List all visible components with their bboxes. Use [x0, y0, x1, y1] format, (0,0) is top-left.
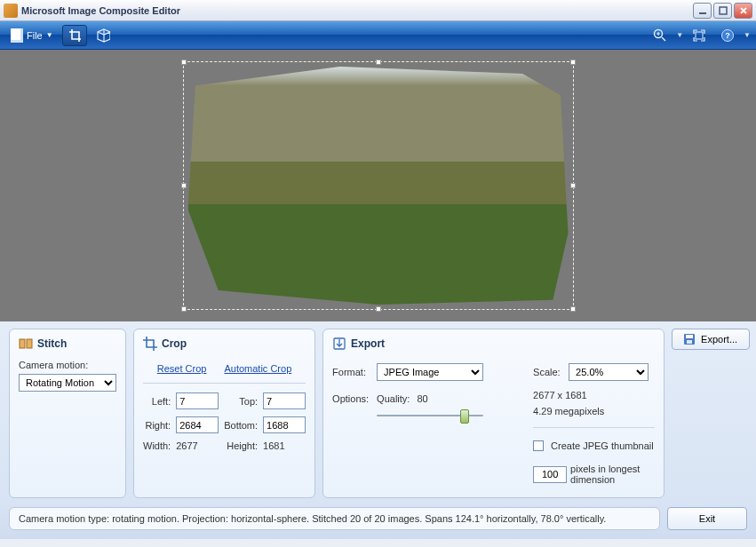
- export-button-label: Export...: [701, 334, 737, 345]
- crop-top-label: Top:: [224, 396, 258, 407]
- close-icon: [739, 6, 748, 15]
- projection-tool-button[interactable]: [91, 25, 115, 46]
- crop-top-input[interactable]: [263, 392, 306, 409]
- help-icon: ?: [720, 28, 735, 43]
- crop-handle-n[interactable]: [376, 59, 381, 65]
- crop-title: Crop: [162, 337, 187, 350]
- svg-rect-11: [687, 340, 692, 344]
- svg-rect-0: [699, 12, 706, 14]
- quality-value: 80: [417, 393, 427, 404]
- status-text: Camera motion type: rotating motion. Pro…: [9, 507, 660, 530]
- format-label: Format:: [332, 367, 373, 377]
- svg-rect-1: [720, 7, 727, 14]
- crop-right-label: Right:: [143, 420, 171, 431]
- thumbnail-pixels-input[interactable]: [533, 466, 567, 483]
- exit-button-label: Exit: [699, 513, 715, 524]
- app-icon: [4, 4, 18, 18]
- titlebar: Microsoft Image Composite Editor: [0, 0, 756, 21]
- automatic-crop-link[interactable]: Automatic Crop: [224, 363, 291, 374]
- stitch-header: Stitch: [19, 337, 116, 351]
- help-button[interactable]: ?: [715, 25, 740, 46]
- stitch-icon: [19, 337, 33, 351]
- quality-label: Quality:: [377, 393, 410, 404]
- file-label: File: [27, 30, 43, 41]
- crop-header: Crop: [143, 337, 306, 351]
- crop-handle-ne[interactable]: [570, 59, 576, 65]
- save-icon: [683, 333, 696, 345]
- scale-label: Scale:: [533, 367, 565, 377]
- svg-rect-10: [686, 335, 693, 338]
- export-dims: 2677 x 1681: [533, 390, 655, 400]
- camera-motion-label: Camera motion:: [19, 360, 116, 370]
- crop-divider: [143, 383, 306, 384]
- export-button[interactable]: Export...: [672, 329, 750, 350]
- zoom-button[interactable]: [648, 25, 672, 46]
- window-title: Microsoft Image Composite Editor: [21, 5, 180, 16]
- maximize-icon: [719, 6, 728, 15]
- crop-handle-e[interactable]: [570, 183, 576, 188]
- crop-left-label: Left:: [143, 396, 171, 407]
- svg-text:?: ?: [725, 31, 730, 40]
- crop-handle-se[interactable]: [570, 306, 576, 312]
- svg-rect-3: [696, 32, 703, 39]
- close-button[interactable]: [734, 3, 752, 19]
- crop-handle-nw[interactable]: [181, 59, 187, 65]
- maximize-button[interactable]: [713, 3, 732, 19]
- crop-handle-s[interactable]: [376, 306, 381, 312]
- export-megapixels: 4.29 megapixels: [533, 406, 655, 416]
- thumbnail-label: Create JPEG thumbnail: [551, 440, 654, 451]
- crop-height-value: 1681: [263, 440, 306, 451]
- panel-row: Stitch Camera motion: Rotating Motion Cr…: [0, 321, 756, 503]
- export-header: Export: [332, 337, 655, 351]
- fit-button[interactable]: [687, 25, 712, 46]
- crop-bottom-label: Bottom:: [224, 420, 258, 431]
- exit-button[interactable]: Exit: [667, 507, 747, 530]
- cube-icon: [96, 28, 110, 43]
- export-title: Export: [351, 337, 385, 350]
- export-button-column: Export...: [672, 329, 750, 498]
- zoom-icon: [653, 28, 667, 43]
- canvas-area[interactable]: [0, 50, 756, 321]
- crop-panel: Crop Reset Crop Automatic Crop Left: Top…: [133, 329, 315, 498]
- status-row: Camera motion type: rotating motion. Pro…: [0, 503, 756, 539]
- crop-panel-icon: [143, 337, 157, 351]
- export-divider: [533, 427, 655, 428]
- panorama-preview[interactable]: [183, 61, 574, 310]
- crop-right-input[interactable]: [176, 416, 219, 433]
- toolbar: File ▼ ▼ ? ▼: [0, 21, 756, 50]
- help-dropdown-icon[interactable]: ▼: [744, 31, 751, 39]
- crop-height-label: Height:: [224, 440, 258, 451]
- crop-width-label: Width:: [143, 440, 171, 451]
- crop-handle-w[interactable]: [181, 183, 187, 188]
- export-icon: [332, 337, 346, 351]
- stitch-title: Stitch: [37, 337, 67, 350]
- crop-tool-button[interactable]: [62, 25, 87, 46]
- minimize-icon: [698, 6, 707, 15]
- quality-slider[interactable]: [377, 408, 483, 424]
- svg-rect-6: [20, 339, 25, 348]
- crop-rectangle[interactable]: [183, 61, 574, 310]
- stitch-panel: Stitch Camera motion: Rotating Motion: [9, 329, 126, 498]
- minimize-button[interactable]: [693, 3, 712, 19]
- reset-crop-link[interactable]: Reset Crop: [157, 363, 207, 374]
- slider-thumb[interactable]: [460, 409, 469, 424]
- crop-handle-sw[interactable]: [181, 306, 187, 312]
- format-select[interactable]: JPEG Image: [377, 363, 483, 381]
- camera-motion-select[interactable]: Rotating Motion: [19, 374, 116, 392]
- svg-rect-7: [27, 339, 32, 348]
- thumbnail-caption: pixels in longest dimension: [570, 464, 655, 485]
- scale-select[interactable]: 25.0%: [569, 363, 649, 381]
- chevron-down-icon: ▼: [46, 31, 53, 39]
- file-icon: [11, 28, 23, 43]
- crop-bottom-input[interactable]: [263, 416, 306, 433]
- crop-icon: [68, 28, 81, 43]
- fit-icon: [692, 28, 706, 43]
- crop-width-value: 2677: [176, 440, 219, 451]
- options-label: Options:: [332, 393, 373, 404]
- zoom-dropdown-icon[interactable]: ▼: [676, 31, 683, 39]
- thumbnail-checkbox[interactable]: [533, 440, 544, 451]
- export-panel: Export Format: JPEG Image Options: Quali…: [322, 329, 664, 498]
- crop-left-input[interactable]: [176, 392, 219, 409]
- file-menu[interactable]: File ▼: [5, 25, 59, 46]
